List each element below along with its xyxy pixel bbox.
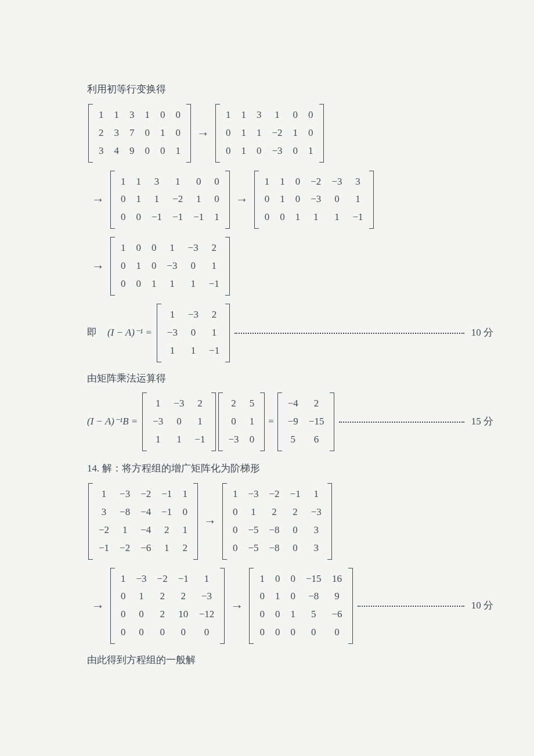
arrow-icon: → xyxy=(230,595,243,617)
q14-intro: 14. 解：将方程组的增广矩阵化为阶梯形 xyxy=(87,460,493,477)
matrix-a2: 113100 011−210 010−301 xyxy=(215,104,324,163)
matrix-row-1: 113100 237010 349001 → 113100 011−210 01… xyxy=(87,104,493,163)
dotted-leader xyxy=(234,332,464,334)
matrix-a4: 110−2−33 010−301 00111−1 xyxy=(254,171,374,229)
arrow-icon: → xyxy=(92,595,104,617)
matrix-b: 25 01 −30 xyxy=(218,393,265,451)
q14-row-2: → 1−3−2−11 0122−3 00210−12 00000 → 100−1… xyxy=(87,568,493,645)
intro-line-13: 利用初等行变换得 xyxy=(87,81,493,98)
q14-row-1: 1−3−2−11 3−8−4−10 −21−421 −1−2−612 → 1−3… xyxy=(87,483,493,560)
matrix-row-3: → 1001−32 010−301 00111−1 xyxy=(87,237,493,296)
ji-label: 即 xyxy=(87,325,97,341)
matrix-c1: 1−3−2−11 3−8−4−10 −21−421 −1−2−612 xyxy=(88,483,198,560)
matrix-a3: 113100 011−210 00−1−1−11 xyxy=(110,171,230,229)
matrix-c3: 1−3−2−11 0122−3 00210−12 00000 xyxy=(110,568,225,645)
score-10: 10 分 xyxy=(471,325,493,341)
matrix-a5: 1001−32 010−301 00111−1 xyxy=(110,237,230,296)
equals-sign: = xyxy=(268,413,274,430)
q14-tail: 由此得到方程组的一般解 xyxy=(87,652,493,669)
dotted-leader xyxy=(358,605,464,607)
inverse-lhs: (I − A)⁻¹ = xyxy=(107,325,152,341)
score-15: 15 分 xyxy=(471,413,493,430)
matrix-inverse-2: 1−32 −301 11−1 xyxy=(142,393,215,451)
matrix-c4: 100−1516 010−89 0015−6 00000 xyxy=(249,568,352,645)
matrix-a1: 113100 237010 349001 xyxy=(88,104,191,163)
dotted-leader xyxy=(339,421,464,423)
arrow-icon: → xyxy=(204,510,217,532)
by-mult-line: 由矩阵乘法运算得 xyxy=(87,370,493,387)
arrow-icon: → xyxy=(236,189,248,210)
score-10-b: 10 分 xyxy=(471,597,493,614)
arrow-icon: → xyxy=(92,189,104,210)
arrow-icon: → xyxy=(197,123,210,144)
product-lhs: (I − A)⁻¹B = xyxy=(87,413,138,430)
page-content: 利用初等行变换得 113100 237010 349001 → 113100 0… xyxy=(0,0,534,756)
matrix-row-2: → 113100 011−210 00−1−1−11 → 110−2−33 01… xyxy=(87,171,493,229)
matrix-result: −42 −9−15 56 xyxy=(277,393,335,451)
product-row: (I − A)⁻¹B = 1−32 −301 11−1 25 01 −30 = … xyxy=(87,393,493,451)
inverse-result-row: 即 (I − A)⁻¹ = 1−32 −301 11−1 10 分 xyxy=(87,304,493,362)
matrix-c2: 1−3−2−11 0122−3 0−5−803 0−5−803 xyxy=(222,483,332,560)
matrix-inverse: 1−32 −301 11−1 xyxy=(157,304,230,362)
arrow-icon: → xyxy=(92,255,104,277)
